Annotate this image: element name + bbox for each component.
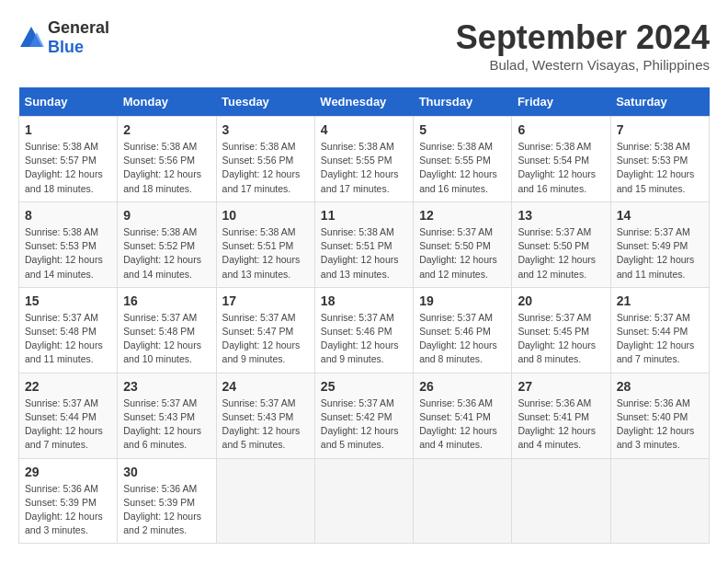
day-number: 4 [321, 122, 407, 137]
day-info: Sunrise: 5:36 AM Sunset: 5:39 PM Dayligh… [25, 482, 111, 538]
day-info: Sunrise: 5:37 AM Sunset: 5:43 PM Dayligh… [222, 396, 309, 453]
day-number: 8 [25, 208, 111, 223]
day-number: 30 [123, 465, 210, 479]
day-info: Sunrise: 5:37 AM Sunset: 5:48 PM Dayligh… [123, 311, 210, 367]
day-info: Sunrise: 5:38 AM Sunset: 5:56 PM Dayligh… [222, 140, 309, 196]
page-header: General Blue September 2024 Bulad, Weste… [18, 18, 710, 73]
day-number: 3 [222, 122, 309, 137]
day-info: Sunrise: 5:36 AM Sunset: 5:41 PM Dayligh… [419, 396, 506, 453]
day-number: 27 [518, 379, 604, 394]
day-number: 9 [123, 208, 210, 223]
calendar-day: 27Sunrise: 5:36 AM Sunset: 5:41 PM Dayli… [512, 373, 610, 458]
day-header: Sunday [19, 87, 118, 117]
day-number: 21 [617, 293, 703, 308]
day-info: Sunrise: 5:37 AM Sunset: 5:43 PM Dayligh… [123, 396, 210, 453]
day-header: Tuesday [216, 87, 314, 117]
calendar-week: 22Sunrise: 5:37 AM Sunset: 5:44 PM Dayli… [19, 373, 710, 458]
calendar-day [314, 458, 413, 544]
logo: General Blue [18, 18, 109, 57]
calendar-day: 14Sunrise: 5:37 AM Sunset: 5:49 PM Dayli… [610, 201, 709, 287]
day-info: Sunrise: 5:37 AM Sunset: 5:48 PM Dayligh… [25, 311, 111, 367]
calendar-day: 16Sunrise: 5:37 AM Sunset: 5:48 PM Dayli… [118, 287, 216, 373]
day-number: 18 [321, 293, 407, 308]
day-number: 13 [518, 208, 604, 223]
calendar-week: 29Sunrise: 5:36 AM Sunset: 5:39 PM Dayli… [19, 458, 710, 544]
calendar-day [216, 458, 314, 544]
title-section: September 2024 Bulad, Western Visayas, P… [456, 18, 710, 73]
day-number: 22 [25, 379, 111, 394]
day-info: Sunrise: 5:37 AM Sunset: 5:42 PM Dayligh… [321, 396, 407, 453]
day-info: Sunrise: 5:37 AM Sunset: 5:46 PM Dayligh… [419, 311, 506, 367]
day-number: 14 [617, 208, 703, 223]
day-number: 11 [321, 208, 407, 223]
calendar-day: 8Sunrise: 5:38 AM Sunset: 5:53 PM Daylig… [19, 201, 118, 287]
day-info: Sunrise: 5:38 AM Sunset: 5:51 PM Dayligh… [321, 225, 407, 282]
calendar-week: 1Sunrise: 5:38 AM Sunset: 5:57 PM Daylig… [19, 117, 710, 202]
day-header: Monday [118, 87, 216, 117]
calendar-day: 13Sunrise: 5:37 AM Sunset: 5:50 PM Dayli… [512, 201, 610, 287]
day-number: 12 [419, 208, 506, 223]
calendar-day: 28Sunrise: 5:36 AM Sunset: 5:40 PM Dayli… [610, 373, 709, 458]
calendar-day: 9Sunrise: 5:38 AM Sunset: 5:52 PM Daylig… [118, 201, 216, 287]
logo-icon [18, 25, 44, 51]
day-number: 29 [25, 465, 111, 479]
calendar-day: 18Sunrise: 5:37 AM Sunset: 5:46 PM Dayli… [314, 287, 413, 373]
calendar-day: 1Sunrise: 5:38 AM Sunset: 5:57 PM Daylig… [19, 117, 118, 202]
day-info: Sunrise: 5:36 AM Sunset: 5:41 PM Dayligh… [518, 396, 604, 453]
day-info: Sunrise: 5:36 AM Sunset: 5:39 PM Dayligh… [123, 482, 210, 538]
day-info: Sunrise: 5:38 AM Sunset: 5:51 PM Dayligh… [222, 225, 309, 282]
day-number: 24 [222, 379, 309, 394]
day-number: 15 [25, 293, 111, 308]
calendar-day: 7Sunrise: 5:38 AM Sunset: 5:53 PM Daylig… [610, 117, 709, 202]
calendar-day [414, 458, 512, 544]
calendar-table: SundayMondayTuesdayWednesdayThursdayFrid… [18, 87, 710, 544]
calendar-day: 19Sunrise: 5:37 AM Sunset: 5:46 PM Dayli… [414, 287, 512, 373]
day-number: 16 [123, 293, 210, 308]
day-number: 28 [617, 379, 703, 394]
calendar-day: 5Sunrise: 5:38 AM Sunset: 5:55 PM Daylig… [414, 117, 512, 202]
calendar-day: 20Sunrise: 5:37 AM Sunset: 5:45 PM Dayli… [512, 287, 610, 373]
day-info: Sunrise: 5:37 AM Sunset: 5:50 PM Dayligh… [518, 225, 604, 282]
day-info: Sunrise: 5:38 AM Sunset: 5:53 PM Dayligh… [617, 140, 703, 196]
calendar-day: 21Sunrise: 5:37 AM Sunset: 5:44 PM Dayli… [610, 287, 709, 373]
calendar-week: 8Sunrise: 5:38 AM Sunset: 5:53 PM Daylig… [19, 201, 710, 287]
day-header: Saturday [610, 87, 709, 117]
day-info: Sunrise: 5:38 AM Sunset: 5:57 PM Dayligh… [25, 140, 111, 196]
day-header: Friday [512, 87, 610, 117]
day-header: Thursday [414, 87, 512, 117]
day-info: Sunrise: 5:37 AM Sunset: 5:46 PM Dayligh… [321, 311, 407, 367]
day-info: Sunrise: 5:37 AM Sunset: 5:49 PM Dayligh… [617, 225, 703, 282]
day-info: Sunrise: 5:38 AM Sunset: 5:56 PM Dayligh… [123, 140, 210, 196]
calendar-day [610, 458, 709, 544]
calendar-day: 25Sunrise: 5:37 AM Sunset: 5:42 PM Dayli… [314, 373, 413, 458]
day-info: Sunrise: 5:36 AM Sunset: 5:40 PM Dayligh… [617, 396, 703, 453]
day-info: Sunrise: 5:38 AM Sunset: 5:53 PM Dayligh… [25, 225, 111, 282]
calendar-day: 29Sunrise: 5:36 AM Sunset: 5:39 PM Dayli… [19, 458, 118, 544]
calendar-day: 12Sunrise: 5:37 AM Sunset: 5:50 PM Dayli… [414, 201, 512, 287]
day-number: 1 [25, 122, 111, 137]
location-title: Bulad, Western Visayas, Philippines [456, 57, 710, 73]
day-number: 17 [222, 293, 309, 308]
calendar-day: 24Sunrise: 5:37 AM Sunset: 5:43 PM Dayli… [216, 373, 314, 458]
day-number: 19 [419, 293, 506, 308]
day-number: 7 [617, 122, 703, 137]
day-info: Sunrise: 5:38 AM Sunset: 5:54 PM Dayligh… [518, 140, 604, 196]
calendar-day: 23Sunrise: 5:37 AM Sunset: 5:43 PM Dayli… [118, 373, 216, 458]
day-number: 23 [123, 379, 210, 394]
calendar-day: 11Sunrise: 5:38 AM Sunset: 5:51 PM Dayli… [314, 201, 413, 287]
calendar-day: 6Sunrise: 5:38 AM Sunset: 5:54 PM Daylig… [512, 117, 610, 202]
day-info: Sunrise: 5:38 AM Sunset: 5:55 PM Dayligh… [321, 140, 407, 196]
day-info: Sunrise: 5:38 AM Sunset: 5:55 PM Dayligh… [419, 140, 506, 196]
calendar-day: 10Sunrise: 5:38 AM Sunset: 5:51 PM Dayli… [216, 201, 314, 287]
day-info: Sunrise: 5:37 AM Sunset: 5:44 PM Dayligh… [25, 396, 111, 453]
calendar-day: 4Sunrise: 5:38 AM Sunset: 5:55 PM Daylig… [314, 117, 413, 202]
day-header: Wednesday [314, 87, 413, 117]
logo-blue: Blue [48, 38, 84, 56]
calendar-week: 15Sunrise: 5:37 AM Sunset: 5:48 PM Dayli… [19, 287, 710, 373]
day-number: 26 [419, 379, 506, 394]
month-title: September 2024 [456, 18, 710, 57]
day-info: Sunrise: 5:37 AM Sunset: 5:44 PM Dayligh… [617, 311, 703, 367]
calendar-day: 17Sunrise: 5:37 AM Sunset: 5:47 PM Dayli… [216, 287, 314, 373]
day-number: 20 [518, 293, 604, 308]
day-info: Sunrise: 5:37 AM Sunset: 5:50 PM Dayligh… [419, 225, 506, 282]
